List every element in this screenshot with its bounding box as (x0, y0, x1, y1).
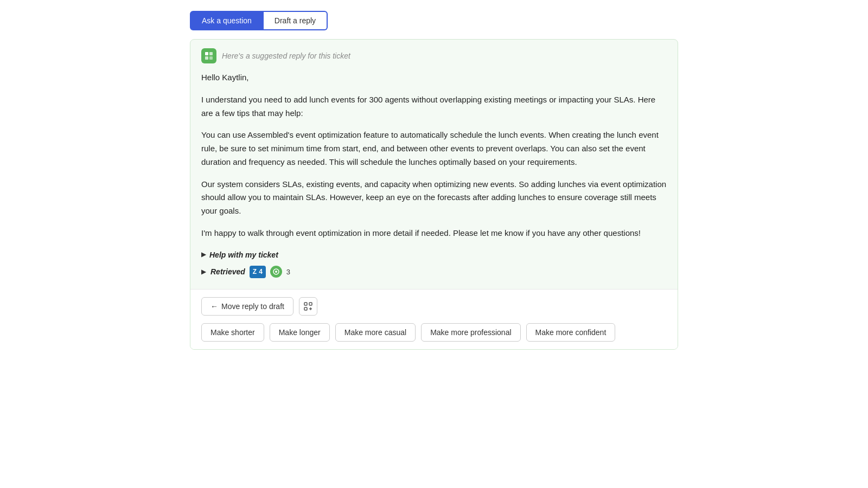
help-ticket-collapsible[interactable]: ▶ Help with my ticket (201, 249, 667, 261)
retrieved-label: Retrieved (210, 266, 245, 278)
reply-header-text: Here's a suggested reply for this ticket (222, 52, 350, 60)
svg-rect-8 (304, 307, 307, 310)
reply-header: Here's a suggested reply for this ticket (190, 40, 678, 69)
svg-rect-2 (205, 56, 208, 60)
svg-rect-1 (209, 52, 213, 55)
main-container: Ask a question Draft a reply Here's a su… (190, 11, 678, 350)
transform-icon (303, 301, 313, 311)
make-shorter-button[interactable]: Make shorter (201, 323, 264, 342)
make-more-professional-button[interactable]: Make more professional (421, 323, 520, 342)
ai-logo-icon (201, 48, 216, 63)
paragraph-2: You can use Assembled's event optimizati… (201, 129, 667, 169)
move-reply-label: Move reply to draft (221, 302, 284, 311)
help-ticket-arrow-icon: ▶ (201, 249, 206, 260)
paragraph-4: I'm happy to walk through event optimiza… (201, 227, 667, 240)
zendesk-badge-letter: Z (253, 267, 257, 278)
zendesk-badge-count: 4 (259, 267, 263, 278)
retrieved-collapsible[interactable]: ▶ Retrieved Z 4 3 (201, 266, 667, 279)
back-arrow-icon: ← (210, 302, 218, 311)
assembled-badge (270, 266, 282, 278)
tab-bar: Ask a question Draft a reply (190, 11, 328, 30)
svg-point-5 (275, 271, 277, 273)
paragraph-1: I understand you need to add lunch event… (201, 93, 667, 120)
zendesk-badge: Z 4 (250, 266, 266, 279)
action-bar: ← Move reply to draft Make shorter Make … (190, 289, 678, 349)
reply-content: Hello Kaytlin, I understand you need to … (190, 69, 678, 289)
reply-card: Here's a suggested reply for this ticket… (190, 39, 678, 350)
paragraph-3: Our system considers SLAs, existing even… (201, 178, 667, 218)
greeting-text: Hello Kaytlin, (201, 71, 667, 85)
help-ticket-label: Help with my ticket (209, 249, 278, 261)
transform-icon-button[interactable] (299, 297, 317, 316)
action-row-tone: Make shorter Make longer Make more casua… (201, 323, 667, 342)
tab-ask-question[interactable]: Ask a question (190, 11, 264, 30)
svg-rect-7 (309, 303, 312, 305)
make-more-casual-button[interactable]: Make more casual (335, 323, 416, 342)
assembled-badge-count: 3 (286, 266, 290, 278)
svg-rect-6 (304, 303, 307, 305)
action-row-primary: ← Move reply to draft (201, 297, 667, 316)
move-reply-to-draft-button[interactable]: ← Move reply to draft (201, 297, 293, 316)
retrieved-arrow-icon: ▶ (201, 267, 206, 278)
make-longer-button[interactable]: Make longer (270, 323, 330, 342)
make-more-confident-button[interactable]: Make more confident (526, 323, 616, 342)
svg-rect-3 (209, 56, 213, 60)
tab-draft-reply[interactable]: Draft a reply (264, 11, 328, 30)
svg-rect-0 (205, 52, 208, 55)
